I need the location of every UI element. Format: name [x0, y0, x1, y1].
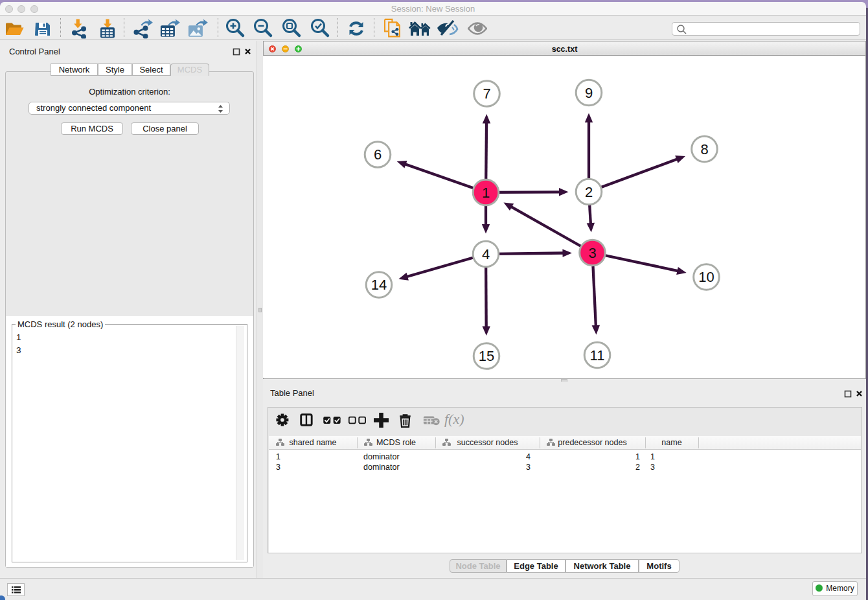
svg-text:6: 6	[374, 146, 382, 163]
svg-text:2: 2	[585, 184, 593, 200]
svg-text:15: 15	[479, 348, 494, 364]
svg-text:4: 4	[482, 246, 490, 262]
svg-text:11: 11	[590, 347, 605, 363]
svg-text:8: 8	[700, 141, 708, 157]
svg-text:10: 10	[698, 269, 714, 285]
svg-text:3: 3	[588, 245, 596, 261]
svg-text:9: 9	[585, 85, 593, 101]
svg-text:14: 14	[371, 277, 387, 293]
svg-text:1: 1	[482, 185, 490, 201]
svg-text:7: 7	[483, 86, 490, 102]
